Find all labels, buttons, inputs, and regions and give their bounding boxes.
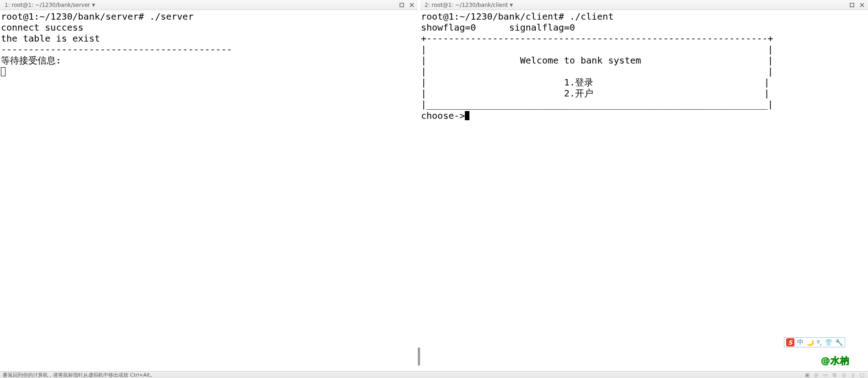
host-statusbar: 要返回到你的计算机，请将鼠标指针从虚拟机中移出或按 Ctrl+Alt。 ▣ ◎ … <box>0 371 868 378</box>
ime-toolbar[interactable]: S 中 🌙 º, 👕 🔧 <box>784 337 845 347</box>
term-line: | Welcome to bank system | <box>421 55 773 66</box>
ime-moon-icon[interactable]: 🌙 <box>806 339 814 346</box>
term-line: | | <box>421 44 773 55</box>
tray-net-icon[interactable]: ⧉ <box>831 372 838 378</box>
left-title-text: 1: root@1: ~/1230/bank/server <box>5 0 90 10</box>
ime-tool-icon[interactable]: 🔧 <box>835 339 843 346</box>
term-line: the table is exist <box>1 33 100 44</box>
close-icon <box>410 3 414 7</box>
tray-floppy-icon[interactable]: ▭ <box>822 372 829 378</box>
right-cursor-icon <box>465 111 469 120</box>
left-titlebar[interactable]: 1: root@1: ~/1230/bank/server ▼ <box>0 0 418 10</box>
svg-rect-0 <box>400 3 404 7</box>
ime-badge-icon[interactable]: S <box>786 338 794 346</box>
term-line: showflag=0 signalflag=0 <box>421 22 575 33</box>
term-line: root@1:~/1230/bank/server# ./server <box>1 11 193 22</box>
right-title-dropdown-icon[interactable]: ▼ <box>510 0 513 10</box>
tray-cd-icon[interactable]: ◎ <box>813 372 820 378</box>
close-icon <box>860 3 864 7</box>
term-line: root@1:~/1230/bank/client# ./client <box>421 11 613 22</box>
left-title-dropdown-icon[interactable]: ▼ <box>92 0 95 10</box>
tray-vm-icon[interactable]: ▢ <box>859 372 865 378</box>
left-terminal-pane: 1: root@1: ~/1230/bank/server ▼ root@1:~… <box>0 0 418 371</box>
term-line: connect success <box>1 22 84 33</box>
term-line: | 1.登录 | <box>421 77 769 88</box>
right-maximize-button[interactable] <box>848 1 856 9</box>
maximize-icon <box>850 3 854 7</box>
right-terminal-body[interactable]: root@1:~/1230/bank/client# ./client show… <box>420 10 868 371</box>
left-cursor-icon <box>1 67 5 76</box>
tray-disk-icon[interactable]: ▣ <box>804 372 810 378</box>
tray-usb-icon[interactable]: ⎙ <box>841 372 847 378</box>
term-line: |_______________________________________… <box>421 99 773 110</box>
left-maximize-button[interactable] <box>398 1 406 9</box>
term-line: +---------------------------------------… <box>421 33 773 44</box>
desktop: 1: root@1: ~/1230/bank/server ▼ root@1:~… <box>0 0 868 378</box>
left-close-button[interactable] <box>408 1 416 9</box>
ime-skin-icon[interactable]: 👕 <box>825 339 832 346</box>
right-title-text: 2: root@1: ~/1230/bank/client <box>425 0 508 10</box>
right-titlebar[interactable]: 2: root@1: ~/1230/bank/client ▼ <box>420 0 868 10</box>
tray-sound-icon[interactable]: ▯ <box>850 372 856 378</box>
left-terminal-body[interactable]: root@1:~/1230/bank/server# ./server conn… <box>0 10 418 371</box>
maximize-icon <box>399 3 404 7</box>
term-line: ----------------------------------------… <box>1 44 232 55</box>
host-status-text: 要返回到你的计算机，请将鼠标指针从虚拟机中移出或按 Ctrl+Alt。 <box>3 372 155 378</box>
term-line: choose-> <box>421 110 465 121</box>
ime-lang-icon[interactable]: 中 <box>797 338 804 346</box>
right-terminal-pane: 2: root@1: ~/1230/bank/client ▼ root@1:~… <box>420 0 868 371</box>
term-line: | 2.开户 | <box>421 88 769 99</box>
ime-punct-icon[interactable]: º, <box>817 339 822 346</box>
watermark-text: @水枘 <box>821 355 850 367</box>
right-close-button[interactable] <box>858 1 866 9</box>
term-line: | | <box>421 66 773 77</box>
term-line: 等待接受信息: <box>1 55 61 66</box>
svg-rect-3 <box>850 3 854 7</box>
